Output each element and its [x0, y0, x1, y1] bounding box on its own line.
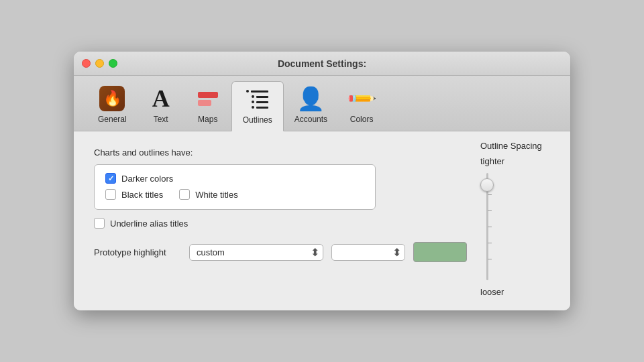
white-titles-container: White titles	[179, 189, 238, 200]
slider-tick-1	[488, 194, 492, 195]
titles-row: Black titles White titles	[105, 189, 364, 200]
maps-icon	[198, 85, 218, 112]
toolbar-item-general[interactable]: General	[87, 81, 138, 131]
campfire-icon	[99, 85, 125, 112]
content-area: Charts and outlines have: ✓ Darker color…	[74, 131, 570, 310]
slider-tick-4	[488, 243, 492, 243]
slider-thumb[interactable]	[480, 178, 494, 192]
darker-colors-row: ✓ Darker colors	[105, 173, 364, 184]
underline-checkbox[interactable]	[94, 218, 105, 229]
black-titles-label: Black titles	[121, 190, 163, 200]
color-swatch[interactable]	[413, 242, 467, 262]
titles-group: Black titles White titles	[105, 189, 238, 200]
toolbar-label-general: General	[98, 115, 127, 124]
outline-spacing-title: Outline Spacing	[480, 141, 550, 151]
color-select[interactable]	[331, 244, 405, 261]
colors-icon: ✏️	[350, 85, 374, 112]
darker-colors-label: Darker colors	[121, 174, 173, 184]
charts-section-label: Charts and outlines have:	[94, 147, 467, 158]
window-controls	[82, 59, 117, 68]
toolbar-label-maps: Maps	[198, 115, 217, 124]
toolbar-label-accounts: Accounts	[294, 115, 327, 124]
check-mark: ✓	[108, 175, 114, 182]
slider-wrapper: tighter	[480, 156, 550, 297]
underline-row: Underline alias titles	[94, 218, 467, 229]
right-panel: Outline Spacing tighter	[467, 147, 550, 297]
close-button[interactable]	[82, 59, 91, 68]
white-titles-label: White titles	[195, 190, 238, 200]
toolbar-label-outlines: Outlines	[243, 115, 272, 125]
toolbar-item-maps[interactable]: Maps	[184, 81, 231, 131]
vertical-slider[interactable]	[480, 173, 494, 280]
slider-track	[486, 173, 488, 280]
prototype-select-wrapper: custom ⬍	[189, 244, 323, 261]
outlines-icon	[246, 86, 269, 113]
accounts-icon: 👤	[297, 85, 325, 112]
text-icon: A	[152, 85, 170, 112]
toolbar: General A Text Maps	[74, 76, 570, 131]
toolbar-label-colors: Colors	[350, 115, 374, 124]
color-select-wrapper: ⬍	[331, 244, 405, 261]
toolbar-item-colors[interactable]: ✏️ Colors	[338, 81, 385, 131]
black-titles-container: Black titles	[105, 189, 163, 200]
charts-options-box: ✓ Darker colors Black titles	[94, 164, 376, 210]
black-titles-checkbox[interactable]	[105, 189, 116, 200]
toolbar-item-text[interactable]: A Text	[138, 81, 184, 131]
slider-outer: tighter	[480, 156, 504, 297]
darker-colors-checkbox[interactable]: ✓	[105, 173, 116, 184]
prototype-label: Prototype highlight	[94, 247, 181, 257]
white-titles-checkbox[interactable]	[179, 189, 190, 200]
slider-bottom-label: looser	[480, 287, 504, 297]
slider-tick-5	[488, 259, 492, 259]
window-title: Document Settings:	[278, 58, 366, 69]
maximize-button[interactable]	[109, 59, 117, 68]
left-panel: Charts and outlines have: ✓ Darker color…	[94, 147, 467, 297]
window: Document Settings: General A Text	[74, 52, 570, 310]
bottom-row: Prototype highlight custom ⬍ ⬍	[94, 242, 467, 262]
toolbar-item-accounts[interactable]: 👤 Accounts	[284, 81, 338, 131]
title-bar: Document Settings:	[74, 52, 570, 76]
underline-label: Underline alias titles	[110, 219, 188, 229]
slider-top-label: tighter	[480, 156, 504, 166]
slider-tick-2	[488, 210, 492, 211]
main-layout: Charts and outlines have: ✓ Darker color…	[94, 147, 550, 297]
minimize-button[interactable]	[95, 59, 104, 68]
slider-tick-3	[488, 227, 492, 227]
toolbar-item-outlines[interactable]: Outlines	[231, 81, 284, 131]
toolbar-label-text: Text	[154, 115, 168, 124]
prototype-select[interactable]: custom	[189, 244, 323, 261]
